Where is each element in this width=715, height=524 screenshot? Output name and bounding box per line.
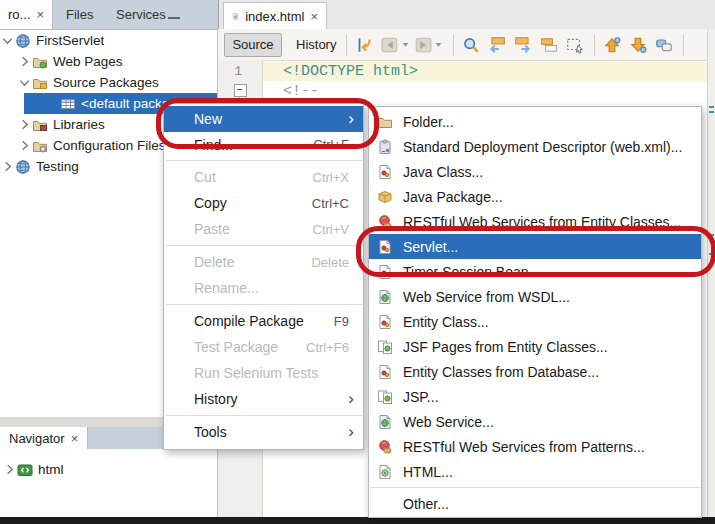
restful-icon — [377, 439, 393, 455]
submenu-item-timer-session-bean[interactable]: Timer Session Bean... — [369, 259, 701, 284]
find-previous-icon[interactable] — [488, 36, 506, 54]
toolbar-separator — [683, 34, 684, 56]
error-stripe[interactable] — [707, 29, 715, 517]
previous-bookmark-icon[interactable] — [603, 36, 621, 54]
code-fold-icon[interactable] — [234, 84, 247, 97]
menu-item-rename[interactable]: Rename... — [164, 275, 363, 301]
html-tag-icon — [17, 462, 33, 478]
rectangular-selection-icon[interactable] — [566, 36, 584, 54]
menu-item-copy[interactable]: Copy Ctrl+C — [164, 190, 363, 216]
error-stripe-mark[interactable] — [709, 106, 714, 108]
tree-item-web-pages[interactable]: Web Pages — [0, 51, 217, 72]
next-bookmark-icon[interactable] — [629, 36, 647, 54]
close-icon[interactable]: × — [310, 9, 318, 24]
menu-item-history[interactable]: History › — [164, 386, 363, 412]
web-service-icon — [377, 289, 393, 305]
tab-index-html[interactable]: index.html × — [223, 2, 327, 29]
deployment-descriptor-icon — [377, 139, 393, 155]
forward-icon[interactable] — [414, 36, 432, 54]
menu-item-delete[interactable]: Delete Delete — [164, 249, 363, 275]
submenu-item-java-class[interactable]: Java Class... — [369, 159, 701, 184]
java-package-icon — [377, 189, 393, 205]
menu-item-compile-package[interactable]: Compile Package F9 — [164, 308, 363, 334]
entity-class-icon — [377, 314, 393, 330]
html-file-icon — [232, 9, 239, 24]
menu-separator — [165, 160, 362, 161]
submenu-item-jsf-pages-from-entity[interactable]: JSF Pages from Entity Classes... — [369, 334, 701, 359]
chevron-down-icon[interactable] — [17, 75, 32, 90]
restful-icon — [377, 214, 393, 230]
entity-db-icon — [377, 364, 393, 380]
netbeans-window: ro... × Files Services FirstServlet Web … — [0, 0, 715, 524]
web-pages-folder-icon — [32, 54, 48, 70]
source-view-button[interactable]: Source — [224, 33, 282, 57]
submenu-item-html[interactable]: HTML... — [369, 459, 701, 484]
history-view-button[interactable]: History — [296, 37, 336, 52]
submenu-item-restful-from-patterns[interactable]: RESTful Web Services from Patterns... — [369, 434, 701, 459]
tree-item-firstservlet[interactable]: FirstServlet — [0, 30, 217, 51]
close-icon[interactable]: × — [71, 431, 79, 446]
back-icon[interactable] — [381, 36, 399, 54]
navigator-item-html[interactable]: html — [0, 459, 217, 480]
toolbar-separator — [346, 34, 347, 56]
find-next-icon[interactable] — [514, 36, 532, 54]
chevron-right-icon[interactable] — [0, 159, 15, 174]
menu-item-find[interactable]: Find... Ctrl+F — [164, 132, 363, 157]
menu-separator — [370, 487, 700, 488]
code-line-2[interactable]: <!-- — [283, 83, 319, 100]
editor-tabstrip: index.html × — [218, 0, 715, 30]
submenu-item-restful-from-entity[interactable]: RESTful Web Services from Entity Classes… — [369, 209, 701, 234]
chevron-right-icon[interactable] — [17, 138, 32, 153]
toolbar-separator — [594, 34, 595, 56]
projects-tabstrip: ro... × Files Services — [0, 0, 218, 30]
close-icon[interactable]: × — [36, 7, 44, 22]
tab-navigator[interactable]: Navigator × — [0, 427, 88, 449]
toggle-bookmark-icon[interactable] — [655, 36, 673, 54]
tab-projects[interactable]: ro... × — [0, 0, 53, 29]
toggle-highlight-icon[interactable] — [540, 36, 558, 54]
chevron-right-icon[interactable] — [17, 54, 32, 69]
servlet-icon — [377, 239, 393, 255]
menu-item-new[interactable]: New › — [164, 106, 363, 132]
menu-item-tools[interactable]: Tools › — [164, 419, 363, 445]
submenu-item-jsp[interactable]: JSP... — [369, 384, 701, 409]
window-bottom-edge — [0, 517, 715, 524]
menu-item-paste[interactable]: Paste Ctrl+V — [164, 216, 363, 242]
submenu-item-folder[interactable]: Folder... — [369, 109, 701, 134]
tree-item-source-packages[interactable]: Source Packages — [0, 72, 217, 93]
chevron-down-icon[interactable] — [0, 33, 15, 48]
submenu-item-servlet[interactable]: Servlet... — [369, 234, 701, 259]
libraries-folder-icon — [32, 117, 48, 133]
submenu-item-other[interactable]: Other... — [369, 491, 701, 516]
submenu-item-web-service-from-wsdl[interactable]: Web Service from WSDL... — [369, 284, 701, 309]
folder-icon — [377, 114, 393, 130]
project-globe-icon — [15, 33, 31, 49]
error-stripe-mark[interactable] — [709, 234, 714, 236]
menu-item-test-package[interactable]: Test Package Ctrl+F6 — [164, 334, 363, 360]
last-edit-icon[interactable] — [355, 36, 373, 54]
menu-item-cut[interactable]: Cut Ctrl+X — [164, 164, 363, 190]
submenu-item-entity-class[interactable]: Entity Class... — [369, 309, 701, 334]
tab-services[interactable]: Services — [108, 0, 174, 29]
menu-item-run-selenium-tests[interactable]: Run Selenium Tests — [164, 360, 363, 386]
submenu-item-deployment-descriptor[interactable]: Standard Deployment Descriptor (web.xml)… — [369, 134, 701, 159]
submenu-item-entity-from-database[interactable]: Entity Classes from Database... — [369, 359, 701, 384]
code-line-1[interactable]: <!DOCTYPE html> — [283, 63, 418, 80]
navigator-panel: html — [0, 449, 218, 517]
submenu-item-java-package[interactable]: Java Package... — [369, 184, 701, 209]
tab-files-label: Files — [66, 7, 93, 22]
tab-files[interactable]: Files — [58, 0, 101, 29]
find-selection-icon[interactable] — [462, 36, 480, 54]
project-globe-icon — [15, 159, 31, 175]
submenu-item-web-service[interactable]: Web Service... — [369, 409, 701, 434]
error-stripe-mark[interactable] — [709, 253, 714, 255]
html-file-icon — [377, 464, 393, 480]
chevron-right-icon[interactable] — [2, 462, 17, 477]
forward-dropdown-icon[interactable] — [434, 40, 443, 49]
minimize-icon[interactable] — [168, 17, 180, 19]
back-dropdown-icon[interactable] — [401, 40, 410, 49]
error-stripe-mark[interactable] — [709, 111, 714, 113]
chevron-right-icon[interactable] — [17, 117, 32, 132]
submenu-arrow-icon: › — [348, 112, 354, 126]
menu-separator — [165, 245, 362, 246]
